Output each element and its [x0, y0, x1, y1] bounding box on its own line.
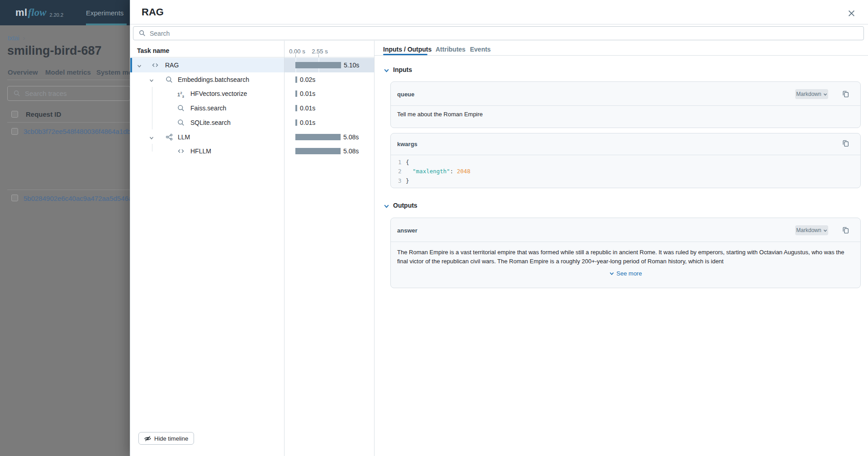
code-token: "maxlength" [413, 168, 450, 175]
format-select[interactable]: Markdown [795, 225, 828, 235]
line-number: 2 [398, 167, 406, 176]
tree-guide-line [152, 144, 152, 152]
search-icon [177, 104, 185, 112]
request-id-link[interactable]: 3cb0b3f72ee548f480036f4864a1db99 [24, 128, 138, 135]
see-more-button[interactable]: See more [391, 270, 860, 277]
line-number: 1 [398, 158, 406, 167]
tab-attributes[interactable]: Attributes [436, 46, 465, 53]
task-row-rag[interactable]: RAG [130, 58, 284, 72]
breadcrumb-link[interactable]: txtai [8, 34, 19, 42]
expand-chevron-icon[interactable] [149, 134, 154, 140]
tab-events[interactable]: Events [470, 46, 491, 53]
request-id-header: Request ID [26, 110, 61, 118]
tab-inputs-outputs[interactable]: Inputs / Outputs [383, 46, 432, 53]
code-token [406, 168, 413, 175]
close-icon [848, 10, 855, 17]
code-icon [152, 62, 159, 69]
task-row-llm[interactable]: LLM [130, 130, 284, 144]
duration-bar [295, 76, 297, 83]
timeline-row[interactable]: 0.01s [285, 101, 374, 115]
task-name: HFLLM [190, 147, 211, 155]
tab-model-metrics[interactable]: Model metrics [45, 68, 91, 76]
timeline-row[interactable]: 0.01s [285, 86, 374, 101]
mlflow-logo[interactable]: mlflow 2.20.2 [15, 0, 63, 25]
task-row-hfvectors-vectorize[interactable]: 123HFVectors.vectorize [130, 86, 284, 101]
kwargs-code-block: 1{2 "maxlength": 20483} [391, 155, 860, 185]
answer-label: answer [397, 227, 417, 234]
format-select-value: Markdown [796, 91, 821, 97]
trace-modal: RAG Task name 0.00 s 2.55 s RAG5.10sEmbe… [130, 0, 868, 456]
timeline-row[interactable]: 0.02s [285, 72, 374, 87]
close-button[interactable] [846, 8, 856, 18]
kwargs-label: kwargs [397, 141, 417, 147]
row-checkbox[interactable] [11, 195, 18, 201]
inputs-section-header: Inputs [393, 66, 412, 73]
answer-content: The Roman Empire is a vast territorial e… [397, 248, 854, 266]
axis-end-label: 2.55 s [310, 48, 330, 55]
task-name-header: Task name [137, 47, 169, 54]
code-icon [177, 147, 185, 155]
line-number: 3 [398, 176, 406, 185]
timeline-row[interactable]: 5.10s [285, 58, 374, 72]
detail-tabs-divider [375, 55, 868, 56]
modal-title: RAG [142, 6, 164, 18]
code-line: 2 "maxlength": 2048 [398, 167, 860, 176]
timeline-row[interactable]: 5.08s [285, 144, 374, 158]
search-traces-input[interactable] [25, 90, 115, 97]
detail-pane-divider [374, 41, 375, 456]
numbers-icon: 123 [177, 90, 185, 97]
breadcrumb-chevron-icon: › [23, 34, 25, 42]
duration-bar [295, 119, 297, 126]
duration-label: 0.02s [300, 76, 315, 83]
answer-card: answer Markdown The Roman Empire is a va… [390, 218, 861, 288]
axis-tick [295, 54, 296, 57]
select-all-checkbox[interactable] [11, 111, 18, 118]
search-traces-box[interactable] [7, 86, 130, 101]
duration-label: 0.01s [300, 90, 315, 97]
outputs-collapse-chevron-icon[interactable] [384, 203, 389, 209]
task-name: RAG [165, 62, 179, 69]
tab-overview[interactable]: Overview [8, 68, 38, 76]
duration-bar [295, 90, 297, 97]
inputs-collapse-chevron-icon[interactable] [384, 67, 389, 73]
duration-label: 0.01s [300, 104, 315, 112]
row-checkbox[interactable] [11, 128, 18, 135]
run-title: smiling-bird-687 [7, 44, 102, 58]
request-id-link[interactable]: 5b0284902e6c40ac9a472aa5d546afe [24, 195, 138, 202]
code-line: 1{ [398, 158, 860, 167]
task-row-sqlite-search[interactable]: SQLite.search [130, 115, 284, 130]
duration-label: 5.08s [343, 147, 359, 155]
logo-flow: flow [28, 7, 47, 19]
modal-search-box[interactable] [133, 26, 864, 40]
expand-chevron-icon[interactable] [137, 62, 142, 68]
axis-start-label: 0.00 s [287, 48, 307, 55]
timeline-row[interactable]: 0.01s [285, 115, 374, 130]
task-row-embeddings-batchsearch[interactable]: Embeddings.batchsearch [130, 72, 284, 87]
timeline-row[interactable]: 5.08s [285, 130, 374, 144]
search-icon [177, 119, 185, 126]
expand-chevron-icon[interactable] [149, 77, 154, 82]
search-icon [14, 90, 20, 97]
network-icon [166, 133, 173, 141]
queue-label: queue [397, 91, 414, 98]
task-row-hfllm[interactable]: HFLLM [130, 144, 284, 158]
hide-timeline-button[interactable]: Hide timeline [138, 432, 194, 445]
logo-ml: ml [15, 7, 28, 19]
code-token: : [450, 168, 457, 175]
axis-tick [318, 54, 319, 57]
copy-icon[interactable] [842, 226, 849, 234]
task-row-faiss-search[interactable]: Faiss.search [130, 101, 284, 115]
task-name: HFVectors.vectorize [190, 90, 247, 97]
duration-bar [295, 105, 297, 111]
modal-search-input[interactable] [150, 30, 863, 37]
search-icon [166, 76, 173, 83]
nav-experiments[interactable]: Experiments [86, 0, 123, 25]
kwargs-card: kwargs 1{2 "maxlength": 20483} [390, 133, 861, 188]
copy-icon[interactable] [842, 90, 849, 98]
copy-icon[interactable] [842, 139, 849, 147]
version-label: 2.20.2 [50, 12, 64, 18]
task-name: LLM [178, 133, 190, 141]
tree-guide-line [152, 87, 152, 129]
format-select[interactable]: Markdown [795, 89, 828, 99]
chevron-down-icon [609, 271, 614, 276]
